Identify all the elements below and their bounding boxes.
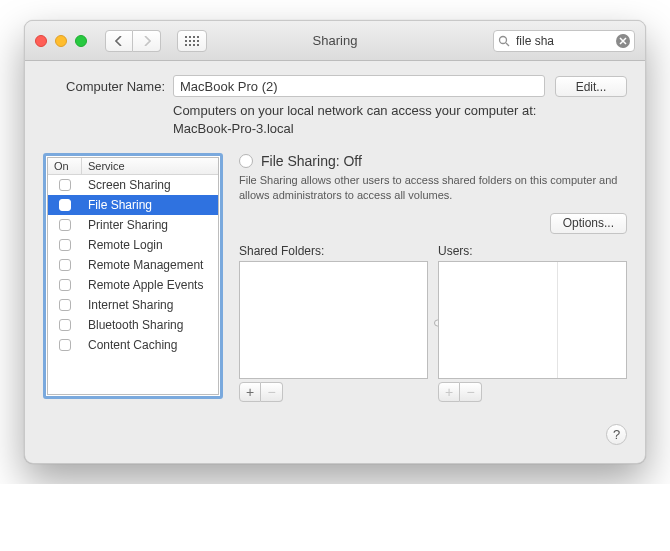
service-label: File Sharing	[82, 198, 218, 212]
service-row-printer-sharing[interactable]: Printer Sharing	[48, 215, 218, 235]
shared-folders-label: Shared Folders:	[239, 244, 428, 258]
search-field[interactable]	[493, 30, 635, 52]
content-area: On Service Screen SharingFile SharingPri…	[43, 153, 627, 402]
users-column-divider	[557, 262, 558, 378]
service-checkbox[interactable]	[59, 319, 71, 331]
clear-search-button[interactable]	[616, 34, 630, 48]
hint-line1: Computers on your local network can acce…	[173, 103, 536, 118]
services-header: On Service	[48, 158, 218, 175]
header-service: Service	[82, 158, 218, 174]
users-list[interactable]	[438, 261, 627, 379]
back-button[interactable]	[105, 30, 133, 52]
svg-rect-1	[189, 36, 191, 38]
services-list[interactable]: On Service Screen SharingFile SharingPri…	[43, 153, 223, 399]
svg-rect-5	[189, 40, 191, 42]
options-button[interactable]: Options...	[550, 213, 627, 234]
service-label: Printer Sharing	[82, 218, 218, 232]
search-icon	[498, 35, 510, 47]
remove-user-button[interactable]: −	[460, 382, 482, 402]
zoom-window-button[interactable]	[75, 35, 87, 47]
service-description: File Sharing allows other users to acces…	[239, 173, 627, 203]
add-folder-button[interactable]: +	[239, 382, 261, 402]
service-detail: File Sharing: Off File Sharing allows ot…	[239, 153, 627, 402]
sharing-preferences-window: Sharing Computer Name: Computers on your…	[24, 20, 646, 464]
service-row-internet-sharing[interactable]: Internet Sharing	[48, 295, 218, 315]
service-checkbox[interactable]	[59, 239, 71, 251]
service-row-remote-management[interactable]: Remote Management	[48, 255, 218, 275]
service-label: Internet Sharing	[82, 298, 218, 312]
search-input[interactable]	[514, 33, 612, 49]
service-row-screen-sharing[interactable]: Screen Sharing	[48, 175, 218, 195]
window-controls	[35, 35, 87, 47]
shared-folders-list[interactable]	[239, 261, 428, 379]
service-row-file-sharing[interactable]: File Sharing	[48, 195, 218, 215]
svg-rect-9	[189, 44, 191, 46]
service-label: Screen Sharing	[82, 178, 218, 192]
service-label: Remote Apple Events	[82, 278, 218, 292]
remove-folder-button[interactable]: −	[261, 382, 283, 402]
computer-name-input[interactable]	[173, 75, 545, 97]
svg-rect-6	[193, 40, 195, 42]
service-label: Remote Management	[82, 258, 218, 272]
svg-rect-2	[193, 36, 195, 38]
service-label: Content Caching	[82, 338, 218, 352]
service-checkbox[interactable]	[59, 179, 71, 191]
users-label: Users:	[438, 244, 627, 258]
service-row-content-caching[interactable]: Content Caching	[48, 335, 218, 355]
computer-name-label: Computer Name:	[43, 75, 173, 94]
service-row-bluetooth-sharing[interactable]: Bluetooth Sharing	[48, 315, 218, 335]
chevron-right-icon	[143, 36, 151, 46]
titlebar: Sharing	[25, 21, 645, 61]
hint-line2: MacBook-Pro-3.local	[173, 121, 294, 136]
show-all-button[interactable]	[177, 30, 207, 52]
svg-point-12	[500, 36, 507, 43]
svg-rect-11	[197, 44, 199, 46]
svg-rect-4	[185, 40, 187, 42]
header-on: On	[48, 158, 82, 174]
service-row-remote-apple-events[interactable]: Remote Apple Events	[48, 275, 218, 295]
minimize-window-button[interactable]	[55, 35, 67, 47]
service-checkbox[interactable]	[59, 259, 71, 271]
service-row-remote-login[interactable]: Remote Login	[48, 235, 218, 255]
edit-hostname-button[interactable]: Edit...	[555, 76, 627, 97]
add-user-button[interactable]: +	[438, 382, 460, 402]
svg-rect-8	[185, 44, 187, 46]
service-status-label: File Sharing: Off	[261, 153, 362, 169]
nav-buttons	[105, 30, 161, 52]
service-checkbox[interactable]	[59, 339, 71, 351]
svg-line-13	[506, 43, 509, 46]
close-window-button[interactable]	[35, 35, 47, 47]
service-checkbox[interactable]	[59, 279, 71, 291]
svg-rect-0	[185, 36, 187, 38]
svg-rect-10	[193, 44, 195, 46]
window-body: Computer Name: Computers on your local n…	[25, 61, 645, 463]
service-label: Remote Login	[82, 238, 218, 252]
grid-icon	[185, 36, 199, 46]
x-icon	[619, 37, 627, 45]
computer-name-hint: Computers on your local network can acce…	[173, 102, 545, 137]
chevron-left-icon	[115, 36, 123, 46]
service-status-indicator	[239, 154, 253, 168]
forward-button[interactable]	[133, 30, 161, 52]
service-checkbox[interactable]	[59, 219, 71, 231]
service-checkbox[interactable]	[59, 299, 71, 311]
help-button[interactable]: ?	[606, 424, 627, 445]
computer-name-row: Computer Name: Computers on your local n…	[43, 75, 627, 137]
service-label: Bluetooth Sharing	[82, 318, 218, 332]
svg-rect-7	[197, 40, 199, 42]
svg-rect-3	[197, 36, 199, 38]
service-checkbox[interactable]	[59, 199, 71, 211]
